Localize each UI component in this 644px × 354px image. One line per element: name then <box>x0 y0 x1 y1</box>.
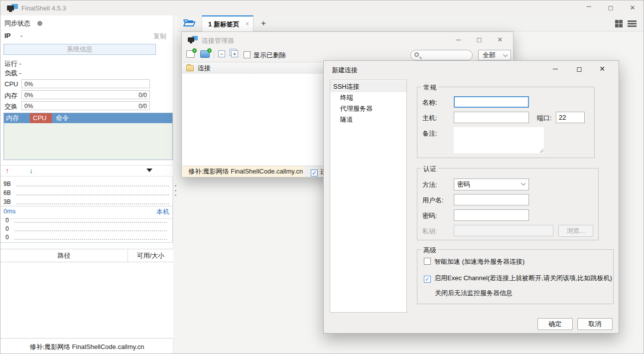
cpu-percent: 0% <box>24 81 33 88</box>
copy-ip-link[interactable]: 复制 <box>153 32 166 41</box>
folder-icon <box>186 65 194 71</box>
method-dropdown[interactable]: 密码 <box>454 178 529 190</box>
net-gridline <box>16 185 169 186</box>
tab-bar: 1 新标签页 × + <box>178 15 644 31</box>
show-deleted-label: 显示已删除 <box>254 51 286 59</box>
disk-table: 路径 可用/大小 <box>0 249 173 339</box>
add-tab-button[interactable]: + <box>258 18 268 28</box>
cm-maximize-button[interactable]: ◻ <box>469 32 489 47</box>
expand-all-icon[interactable]: + <box>231 50 238 57</box>
new-connection-icon[interactable]: + <box>186 50 195 58</box>
nav-item-ssh[interactable]: SSH连接 <box>330 81 406 92</box>
chevron-down-icon <box>503 52 508 57</box>
smart-accel-checkbox-box[interactable] <box>424 258 431 265</box>
connection-manager-title: 连接管理器 <box>202 36 234 45</box>
cpu-meter-row: CPU 0% <box>4 79 170 88</box>
process-col-command[interactable]: 命令 <box>52 113 172 123</box>
nav-item-terminal[interactable]: 终端 <box>330 92 406 103</box>
password-input[interactable] <box>454 209 529 221</box>
new-folder-icon[interactable]: + <box>200 50 210 58</box>
process-table-header: 内存 CPU 命令 <box>4 113 172 123</box>
ping-host-link[interactable]: 本机 <box>156 207 169 216</box>
main-titlebar: FinalShell 4.5.3 ─ ◻ ✕ <box>0 0 644 15</box>
swap-label: 交换 <box>4 102 17 111</box>
method-value: 密码 <box>457 180 470 188</box>
process-col-memory[interactable]: 内存 <box>4 113 30 123</box>
exec-channel-checkbox[interactable]: ✓启用Exec Channel(若连接上就被断开,请关闭该项,比如跳板机) <box>424 274 612 283</box>
password-label: 密码: <box>422 211 437 220</box>
dialog-minimize-button[interactable]: ─ <box>545 62 566 76</box>
cm-close-button[interactable]: ✕ <box>490 32 510 47</box>
collapse-all-icon[interactable]: − <box>218 50 225 57</box>
disk-col-size[interactable]: 可用/大小 <box>128 249 173 262</box>
dialog-close-button[interactable]: ✕ <box>592 62 613 76</box>
tab-label: 1 新标签页 <box>208 20 240 29</box>
main-close-button[interactable]: ✕ <box>622 0 644 15</box>
finalshell-main-window: FinalShell 4.5.3 ─ ◻ ✕ 同步状态 IP - 复制 系统信息… <box>0 0 644 354</box>
memory-meter-row: 内存 0%0/0 <box>4 90 170 99</box>
show-deleted-checkbox[interactable]: 显示已删除 <box>244 51 286 60</box>
filter-dropdown[interactable]: 全部 <box>478 50 511 60</box>
ping-gridline <box>14 230 167 231</box>
menu-hamburger-icon[interactable] <box>628 20 637 27</box>
host-label: 主机: <box>422 114 437 123</box>
system-info-button[interactable]: 系统信息 <box>3 44 156 55</box>
exec-channel-checkbox-box[interactable]: ✓ <box>424 276 431 283</box>
connect-option-checkbox-box[interactable]: ✓ <box>311 170 318 177</box>
monitor-sidebar: 同步状态 IP - 复制 系统信息 运行 - 负载 - CPU 0% 内存 0%… <box>0 15 173 354</box>
show-deleted-checkbox-box[interactable] <box>244 51 251 58</box>
swap-meter-row: 交换 0%0/0 <box>4 101 170 110</box>
sidebar-splitter[interactable] <box>174 15 178 354</box>
toolbar-divider <box>214 50 214 59</box>
search-input[interactable] <box>422 51 469 59</box>
note-textarea[interactable] <box>454 127 544 153</box>
dialog-maximize-button[interactable]: ◻ <box>569 62 590 76</box>
main-minimize-button[interactable]: ─ <box>578 0 600 15</box>
smart-accel-checkbox[interactable]: 智能加速 (加速海外服务器连接) <box>424 257 524 266</box>
cpu-label: CPU <box>4 80 18 88</box>
layout-grid-icon[interactable] <box>615 20 623 27</box>
memory-ratio: 0/0 <box>138 92 147 99</box>
tab-close-icon[interactable]: × <box>246 20 249 27</box>
disk-col-path[interactable]: 路径 <box>0 249 128 262</box>
swap-progressbar: 0%0/0 <box>21 101 150 110</box>
sync-status-dot-icon <box>37 21 42 26</box>
search-box[interactable] <box>410 50 473 60</box>
net-gridline <box>16 203 169 204</box>
process-col-cpu[interactable]: CPU <box>30 113 52 123</box>
network-traffic-header: ↑ ↓ <box>0 165 173 175</box>
nav-item-tunnel[interactable]: 隧道 <box>330 114 406 125</box>
dialog-title: 新建连接 <box>332 66 358 75</box>
memory-percent: 0% <box>24 92 33 99</box>
ping-gridline <box>14 239 167 240</box>
open-folder-icon[interactable] <box>183 17 199 29</box>
ok-button[interactable]: 确定 <box>537 318 573 330</box>
smart-accel-label: 智能加速 (加速海外服务器连接) <box>434 258 524 265</box>
ip-value: - <box>20 32 22 39</box>
name-label: 名称: <box>422 98 437 107</box>
host-input[interactable] <box>454 112 529 123</box>
tab-new-tab[interactable]: 1 新标签页 × <box>202 15 254 31</box>
name-input[interactable] <box>454 96 529 108</box>
general-legend: 常规 <box>421 83 438 92</box>
load-label: 负载 - <box>4 69 21 78</box>
sync-status-label: 同步状态 <box>4 19 30 27</box>
disk-table-body <box>0 262 173 339</box>
exec-channel-label: 启用Exec Channel(若连接上就被断开,请关闭该项,比如跳板机) <box>434 274 612 282</box>
note-label: 备注: <box>422 129 437 138</box>
memory-label: 内存 <box>4 91 17 100</box>
ip-label: IP <box>4 32 10 39</box>
connection-manager-titlebar: 连接管理器 ─ ◻ ✕ <box>182 32 513 48</box>
username-input[interactable] <box>454 194 529 205</box>
cm-minimize-button[interactable]: ─ <box>448 32 468 47</box>
port-input[interactable] <box>556 112 585 123</box>
private-key-label: 私钥: <box>422 227 437 236</box>
memory-progressbar: 0%0/0 <box>21 90 150 99</box>
nav-item-proxy[interactable]: 代理服务器 <box>330 103 406 114</box>
ping-latency: 0ms <box>3 207 16 215</box>
network-dropdown-icon[interactable] <box>146 169 152 172</box>
swap-percent: 0% <box>24 103 33 110</box>
cancel-button[interactable]: 取消 <box>577 318 613 330</box>
ping-gridline <box>14 222 167 223</box>
main-maximize-button[interactable]: ◻ <box>600 0 622 15</box>
